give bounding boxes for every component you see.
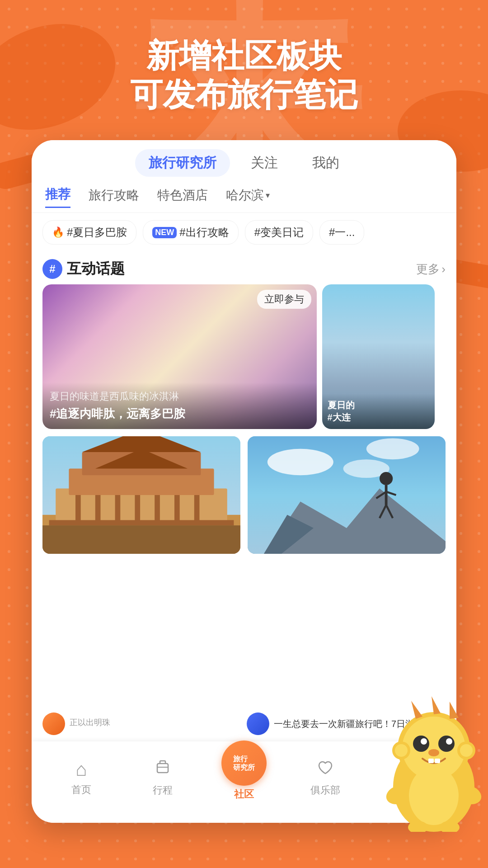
forbidden-city-image [42,436,240,554]
card-text-1: 正以出明珠 [70,717,110,730]
home-label: 首页 [71,783,91,797]
community-button[interactable]: 旅行研究所 [221,741,267,786]
sub-tab-hotel[interactable]: 特色酒店 [157,187,208,208]
tag-summer[interactable]: 🔥 #夏日多巴胺 [42,220,136,245]
card-side-overlay: 夏日的 #大连 [322,394,435,429]
svg-marker-43 [450,702,459,719]
city-dropdown-icon: ▾ [266,190,270,200]
svg-point-36 [421,738,427,745]
nav-item-club[interactable]: 俱乐部 [285,758,366,797]
card-main-overlay: 夏日的味道是西瓜味的冰淇淋 #追逐内啡肽，远离多巴胺 [42,382,317,429]
tag-row: 🔥 #夏日多巴胺 NEW #出行攻略 #变美日记 #一... [32,213,456,252]
chevron-right-icon: › [441,262,446,276]
header-section: 新增社区板块 可发布旅行笔记 [0,36,488,114]
tag-more[interactable]: #一... [319,220,364,245]
svg-point-50 [409,766,459,825]
city-label: 哈尔滨 [226,187,264,204]
tag-outing[interactable]: NEW #出行攻略 [143,220,238,245]
sub-tab-recommend[interactable]: 推荐 [45,186,70,208]
topic-card-side[interactable]: 夏日的 #大连 [322,284,435,429]
home-icon: ⌂ [75,759,87,780]
svg-point-17 [267,449,333,475]
more-link[interactable]: 更多 › [416,261,446,277]
svg-rect-7 [75,495,81,521]
svg-marker-42 [432,696,441,714]
trip-icon [154,758,172,781]
svg-point-47 [460,744,473,757]
svg-point-34 [413,736,429,752]
sub-tab-city[interactable]: 哈尔滨 ▾ [226,187,270,208]
tab-lab[interactable]: 旅行研究所 [135,149,230,177]
mascot-character [371,678,488,832]
hash-icon: # [42,259,62,279]
svg-rect-9 [115,495,121,521]
club-icon [316,758,334,781]
svg-rect-28 [157,764,168,773]
nav-item-home[interactable]: ⌂ 首页 [41,759,122,797]
nav-item-trip[interactable]: 行程 [122,758,203,797]
tag-beauty[interactable]: #变美日记 [245,220,313,245]
svg-point-45 [395,744,408,757]
nav-item-community[interactable]: 旅行研究所 社区 [203,754,285,801]
grid-item-forbidden-city[interactable] [42,436,240,554]
sub-tab-guide[interactable]: 旅行攻略 [89,187,139,208]
bottom-card-1: 正以出明珠 [42,707,241,741]
avatar-2 [247,712,269,735]
card-topic-tag: #追逐内啡肽，远离多巴胺 [50,406,310,422]
club-label: 俱乐部 [310,783,340,797]
tag-summer-label: #夏日多巴胺 [67,225,127,240]
more-label: 更多 [416,261,440,277]
community-icon-text: 旅行研究所 [233,755,255,772]
svg-rect-10 [135,495,140,521]
section-title: 互动话题 [67,259,125,279]
svg-rect-39 [428,759,434,763]
username-1: 正以出明珠 [70,717,110,728]
xinjiang-cliff-image [248,436,446,554]
svg-rect-8 [95,495,101,521]
community-label: 社区 [234,788,254,801]
fire-icon: 🔥 [52,226,64,238]
main-tab-bar: 旅行研究所 关注 我的 [32,140,456,181]
card-side-hashtag: #大连 [328,411,430,424]
tag-more-label: #一... [329,225,355,240]
participate-button[interactable]: 立即参与 [257,290,311,309]
svg-rect-12 [174,495,180,521]
svg-marker-41 [411,701,422,719]
svg-point-35 [438,736,455,752]
svg-point-38 [428,749,439,756]
new-badge: NEW [152,227,177,238]
tab-mine[interactable]: 我的 [299,149,353,177]
tag-beauty-label: #变美日记 [254,225,304,240]
svg-rect-40 [435,759,440,763]
card-side-text: 夏日的 [328,399,430,411]
tag-outing-label: #出行攻略 [179,225,229,240]
section-header-topics: # 互动话题 更多 › [32,252,456,284]
tab-follow[interactable]: 关注 [237,149,291,177]
svg-point-22 [380,472,393,485]
svg-point-37 [446,738,452,745]
sub-tab-bar: 推荐 旅行攻略 特色酒店 哈尔滨 ▾ [32,181,456,213]
header-line-2: 可发布旅行笔记 [0,75,488,114]
section-title-wrap: # 互动话题 [42,259,125,279]
content-grid [32,436,456,554]
svg-rect-13 [194,495,200,521]
header-line-1: 新增社区板块 [0,36,488,75]
topic-card-main[interactable]: 立即参与 夏日的味道是西瓜味的冰淇淋 #追逐内啡肽，远离多巴胺 [42,284,317,429]
svg-rect-11 [155,495,160,521]
svg-point-18 [366,438,419,459]
grid-item-xinjiang[interactable] [248,436,446,554]
topic-cards-row: 立即参与 夏日的味道是西瓜味的冰淇淋 #追逐内啡肽，远离多巴胺 夏日的 #大连 [32,284,456,436]
avatar-1 [42,712,65,735]
svg-rect-6 [42,525,240,554]
card-subtitle: 夏日的味道是西瓜味的冰淇淋 [50,390,310,403]
trip-label: 行程 [153,783,173,797]
